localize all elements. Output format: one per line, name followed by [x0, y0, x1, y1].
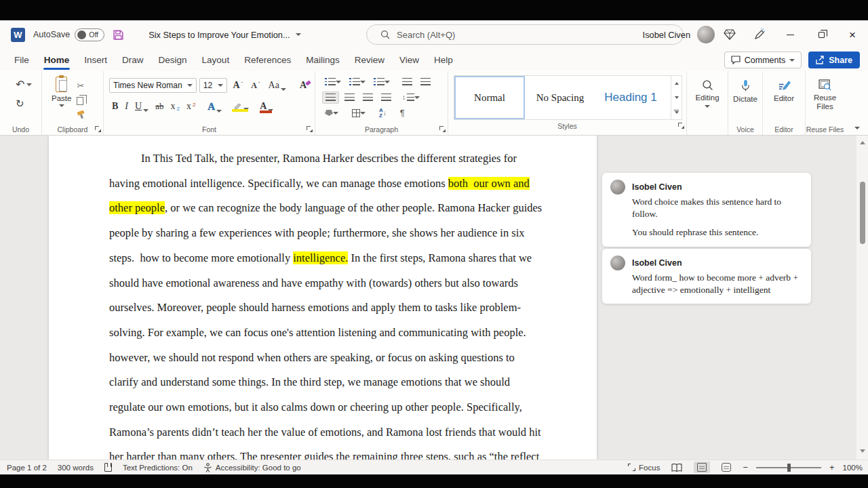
body-text[interactable]: solving. For example, we can focus one's…: [109, 326, 526, 339]
shrink-font-button[interactable]: Aˇ: [248, 80, 262, 92]
highlighted-text[interactable]: both our own and: [448, 177, 530, 190]
search-input[interactable]: Search (Alt+Q): [366, 24, 684, 45]
document-line[interactable]: people by sharing a few experiences with…: [109, 221, 543, 246]
styles-dialog-launcher[interactable]: [678, 123, 684, 129]
zoom-level[interactable]: 100%: [843, 464, 863, 472]
body-text[interactable]: steps. how to become more emotionally: [109, 251, 293, 264]
document-line[interactable]: should have emotional awareness and have…: [109, 271, 543, 296]
menu-tab-review[interactable]: Review: [347, 50, 392, 70]
document-line[interactable]: steps. how to become more emotionally in…: [109, 246, 543, 271]
highlighted-text[interactable]: intelligence.: [293, 251, 348, 264]
numbering-button[interactable]: [347, 77, 368, 87]
multilevel-list-button[interactable]: [371, 77, 393, 87]
dictate-button[interactable]: Dictate: [728, 77, 762, 104]
autosave-control[interactable]: AutoSave Off: [33, 28, 104, 41]
accessibility-status[interactable]: Accessibility: Good to go: [203, 463, 301, 472]
collapse-ribbon-button[interactable]: [854, 127, 860, 129]
style-heading-1[interactable]: Heading 1: [595, 76, 666, 119]
premium-diamond-icon[interactable]: [715, 20, 745, 49]
align-right-button[interactable]: [360, 92, 376, 103]
menu-tab-home[interactable]: Home: [37, 50, 77, 70]
cut-button[interactable]: [77, 79, 85, 92]
comment-card[interactable]: Isobel CivenWord form_ how to become mor…: [602, 249, 811, 304]
document-line[interactable]: In This Ted Talk, the presenter, Ramona …: [109, 146, 543, 171]
document-line[interactable]: Ramona’s parents didn’t teach her the va…: [109, 420, 543, 445]
copy-button[interactable]: [77, 97, 83, 105]
menu-tab-insert[interactable]: Insert: [77, 50, 115, 70]
scrollbar-up-arrow-icon[interactable]: [860, 141, 865, 144]
italic-button[interactable]: I: [122, 100, 131, 113]
font-name-combobox[interactable]: Times New Roman: [109, 78, 197, 93]
styles-scroll-down[interactable]: [671, 90, 682, 104]
show-formatting-button[interactable]: ¶: [397, 106, 408, 120]
line-spacing-button[interactable]: [399, 92, 422, 103]
grow-font-button[interactable]: Aˆ: [230, 79, 245, 92]
body-text[interactable]: should have emotional awareness and have…: [109, 277, 518, 289]
bold-button[interactable]: B: [109, 100, 121, 113]
close-button[interactable]: ×: [837, 20, 868, 49]
body-text[interactable]: In the first steps, Ramona shares that w…: [348, 251, 532, 264]
comments-button[interactable]: Comments: [724, 52, 802, 68]
undo-button[interactable]: [12, 77, 41, 92]
style-normal[interactable]: Normal: [454, 76, 525, 119]
body-text[interactable]: , or we can recognize the body language …: [165, 201, 542, 214]
menu-tab-help[interactable]: Help: [427, 50, 460, 70]
ink-pen-icon[interactable]: [745, 20, 774, 49]
autosave-toggle[interactable]: Off: [75, 28, 104, 41]
menu-tab-view[interactable]: View: [392, 50, 427, 70]
paragraph-dialog-launcher[interactable]: [439, 126, 446, 132]
print-layout-button[interactable]: [694, 462, 710, 473]
menu-tab-mailings[interactable]: Mailings: [298, 50, 347, 70]
align-left-button[interactable]: [322, 92, 339, 104]
document-line[interactable]: clarify and understand some things. In t…: [109, 370, 543, 395]
strikethrough-button[interactable]: ab: [153, 100, 166, 113]
body-text[interactable]: Ramona’s parents didn’t teach her the va…: [109, 426, 541, 439]
body-text[interactable]: ourselves. Moreover, people should harne…: [109, 301, 521, 314]
page-indicator[interactable]: Page 1 of 2: [7, 464, 47, 472]
document-line[interactable]: other people, or we can recognize the bo…: [109, 196, 543, 221]
underline-button[interactable]: U: [132, 100, 151, 113]
restore-button[interactable]: [806, 20, 837, 49]
save-icon[interactable]: [113, 29, 124, 41]
reuse-files-button[interactable]: Reuse Files: [806, 77, 844, 111]
align-center-button[interactable]: [342, 92, 357, 103]
proofing-status[interactable]: [104, 463, 112, 472]
bullets-button[interactable]: [322, 77, 344, 87]
user-name[interactable]: Isobel Civen: [643, 30, 690, 40]
text-highlight-button[interactable]: [230, 102, 252, 112]
highlighted-text[interactable]: other people: [109, 201, 165, 214]
superscript-button[interactable]: x2: [184, 100, 198, 113]
sort-button[interactable]: AZ↓: [376, 106, 389, 119]
menu-tab-file[interactable]: File: [7, 50, 37, 70]
style-no-spacing[interactable]: No Spacing: [525, 76, 595, 119]
word-logo-icon[interactable]: W: [11, 28, 25, 42]
scrollbar-thumb[interactable]: [860, 182, 865, 244]
styles-gallery-more[interactable]: [671, 105, 682, 119]
font-color-button[interactable]: A: [257, 100, 276, 113]
document-page[interactable]: In This Ted Talk, the presenter, Ramona …: [49, 136, 597, 460]
styles-scroll-up[interactable]: [671, 76, 682, 90]
text-effects-button[interactable]: A: [205, 100, 224, 113]
menu-tab-design[interactable]: Design: [151, 50, 195, 70]
comment-card[interactable]: Isobel CivenWord choice makes this sente…: [602, 173, 811, 247]
font-size-combobox[interactable]: 12: [199, 78, 228, 93]
menu-tab-draw[interactable]: Draw: [115, 50, 151, 70]
zoom-out-button[interactable]: −: [743, 462, 748, 472]
justify-button[interactable]: [378, 92, 394, 103]
clipboard-dialog-launcher[interactable]: [95, 126, 101, 132]
zoom-in-button[interactable]: +: [829, 462, 835, 472]
document-line[interactable]: however, we should not respond when othe…: [109, 346, 543, 371]
document-text[interactable]: In This Ted Talk, the presenter, Ramona …: [109, 146, 543, 460]
focus-mode-button[interactable]: Focus: [628, 464, 660, 472]
web-layout-button[interactable]: [718, 462, 734, 473]
change-case-button[interactable]: Aa: [266, 79, 289, 92]
redo-button[interactable]: [12, 96, 41, 111]
vertical-scrollbar[interactable]: [856, 136, 868, 460]
font-dialog-launcher[interactable]: [307, 126, 313, 132]
document-line[interactable]: ourselves. Moreover, people should harne…: [109, 296, 543, 321]
body-text[interactable]: clarify and understand some things. In t…: [109, 375, 510, 388]
subscript-button[interactable]: x2: [167, 100, 182, 113]
shading-button[interactable]: [322, 108, 341, 118]
document-line[interactable]: regulate our own emotions, but it also c…: [109, 395, 543, 420]
document-line[interactable]: having emotional intelligence. Specifica…: [109, 171, 543, 197]
